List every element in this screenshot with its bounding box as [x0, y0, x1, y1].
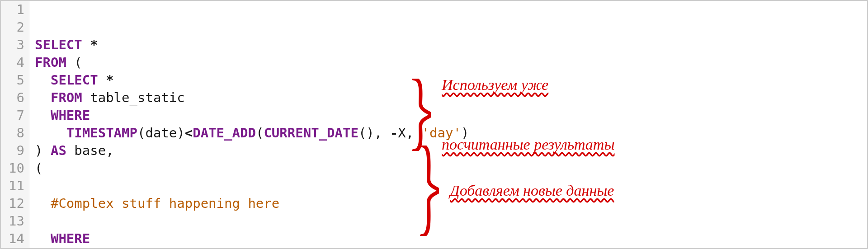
code-line: #Complex stuff happening here — [35, 195, 477, 212]
line-number: 8 — [1, 124, 24, 142]
annotation-text: Используем уже — [442, 75, 614, 95]
annotation-add-new: Добавляем новые данные — [417, 141, 614, 240]
line-number: 3 — [1, 36, 24, 54]
line-number: 5 — [1, 71, 24, 89]
line-number: 2 — [1, 19, 24, 36]
line-number: 12 — [1, 195, 24, 212]
line-number: 11 — [1, 177, 24, 195]
code-area: SELECT *FROM ( SELECT * FROM table_stati… — [29, 1, 477, 248]
line-number: 9 — [1, 142, 24, 160]
line-number: 7 — [1, 107, 24, 124]
line-number: 14 — [1, 230, 24, 248]
line-number: 6 — [1, 89, 24, 107]
line-number-gutter: 1234567891011121314 — [1, 1, 29, 248]
line-number: 13 — [1, 212, 24, 230]
brace-icon — [409, 79, 431, 151]
code-line: WHERE — [35, 230, 477, 248]
code-line — [35, 212, 477, 230]
code-editor: 1234567891011121314 SELECT *FROM ( SELEC… — [1, 1, 867, 248]
code-editor-viewport: 1234567891011121314 SELECT *FROM ( SELEC… — [0, 0, 868, 249]
line-number: 4 — [1, 54, 24, 71]
line-number: 1 — [1, 1, 24, 19]
brace-icon — [417, 146, 439, 236]
line-number: 10 — [1, 160, 24, 177]
annotation-text: Добавляем новые данные — [450, 181, 614, 201]
